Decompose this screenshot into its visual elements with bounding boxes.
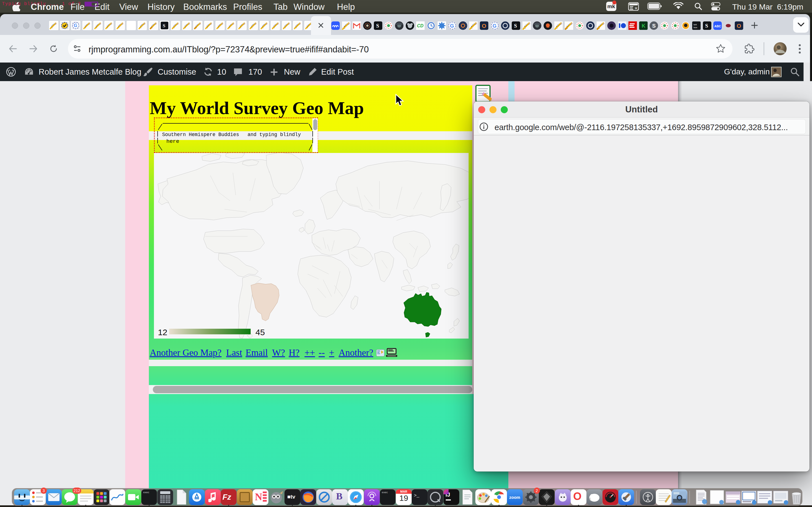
svg-text:S: S [163, 23, 165, 29]
svg-text:O: O [737, 23, 741, 29]
svg-text:G: G [74, 23, 77, 28]
svg-text:CD: CD [417, 23, 424, 28]
svg-text:S: S [376, 23, 379, 29]
svg-text:45: 45 [255, 328, 265, 337]
svg-text:⌘: ⌘ [635, 7, 638, 10]
svg-text:12: 12 [158, 328, 167, 337]
svg-text:G: G [493, 23, 497, 29]
svg-text:brit: brit [694, 23, 697, 26]
svg-text:S: S [652, 23, 656, 29]
svg-text:S: S [705, 23, 708, 29]
svg-text:O: O [482, 23, 486, 29]
svg-text:K: K [642, 23, 645, 29]
svg-text:ABC: ABC [714, 24, 721, 28]
svg-text:box: box [694, 26, 697, 29]
svg-text:G: G [450, 23, 454, 29]
svg-text:S: S [514, 23, 517, 29]
